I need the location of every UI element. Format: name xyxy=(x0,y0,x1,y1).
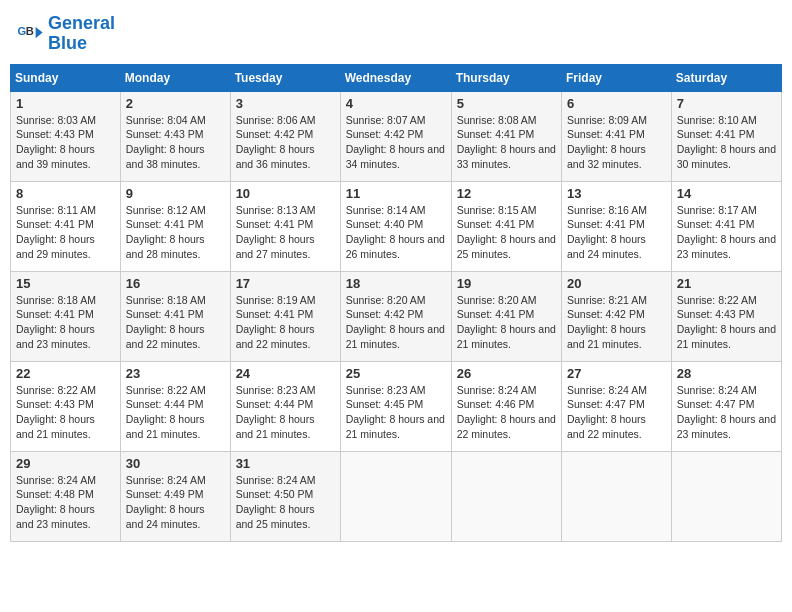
weekday-friday: Friday xyxy=(562,64,672,91)
day-number: 13 xyxy=(567,186,666,201)
calendar-cell: 12 Sunrise: 8:15 AMSunset: 4:41 PMDaylig… xyxy=(451,181,561,271)
day-number: 25 xyxy=(346,366,446,381)
calendar-week-3: 15 Sunrise: 8:18 AMSunset: 4:41 PMDaylig… xyxy=(11,271,782,361)
day-number: 29 xyxy=(16,456,115,471)
day-number: 16 xyxy=(126,276,225,291)
day-number: 26 xyxy=(457,366,556,381)
calendar-cell: 19 Sunrise: 8:20 AMSunset: 4:41 PMDaylig… xyxy=(451,271,561,361)
cell-info: Sunrise: 8:15 AMSunset: 4:41 PMDaylight:… xyxy=(457,203,556,262)
cell-info: Sunrise: 8:18 AMSunset: 4:41 PMDaylight:… xyxy=(16,293,115,352)
day-number: 3 xyxy=(236,96,335,111)
page-header: G B General Blue xyxy=(10,10,782,58)
cell-info: Sunrise: 8:22 AMSunset: 4:44 PMDaylight:… xyxy=(126,383,225,442)
calendar-week-4: 22 Sunrise: 8:22 AMSunset: 4:43 PMDaylig… xyxy=(11,361,782,451)
calendar-cell: 8 Sunrise: 8:11 AMSunset: 4:41 PMDayligh… xyxy=(11,181,121,271)
cell-info: Sunrise: 8:07 AMSunset: 4:42 PMDaylight:… xyxy=(346,113,446,172)
cell-info: Sunrise: 8:23 AMSunset: 4:45 PMDaylight:… xyxy=(346,383,446,442)
calendar-cell xyxy=(340,451,451,541)
cell-info: Sunrise: 8:17 AMSunset: 4:41 PMDaylight:… xyxy=(677,203,776,262)
day-number: 30 xyxy=(126,456,225,471)
day-number: 28 xyxy=(677,366,776,381)
day-number: 14 xyxy=(677,186,776,201)
day-number: 22 xyxy=(16,366,115,381)
cell-info: Sunrise: 8:22 AMSunset: 4:43 PMDaylight:… xyxy=(16,383,115,442)
calendar-cell: 6 Sunrise: 8:09 AMSunset: 4:41 PMDayligh… xyxy=(562,91,672,181)
calendar-cell: 11 Sunrise: 8:14 AMSunset: 4:40 PMDaylig… xyxy=(340,181,451,271)
day-number: 21 xyxy=(677,276,776,291)
calendar-cell: 31 Sunrise: 8:24 AMSunset: 4:50 PMDaylig… xyxy=(230,451,340,541)
cell-info: Sunrise: 8:09 AMSunset: 4:41 PMDaylight:… xyxy=(567,113,666,172)
calendar-week-5: 29 Sunrise: 8:24 AMSunset: 4:48 PMDaylig… xyxy=(11,451,782,541)
calendar-cell: 16 Sunrise: 8:18 AMSunset: 4:41 PMDaylig… xyxy=(120,271,230,361)
day-number: 10 xyxy=(236,186,335,201)
logo: G B General Blue xyxy=(16,14,115,54)
weekday-thursday: Thursday xyxy=(451,64,561,91)
day-number: 23 xyxy=(126,366,225,381)
cell-info: Sunrise: 8:16 AMSunset: 4:41 PMDaylight:… xyxy=(567,203,666,262)
day-number: 9 xyxy=(126,186,225,201)
calendar-cell: 22 Sunrise: 8:22 AMSunset: 4:43 PMDaylig… xyxy=(11,361,121,451)
cell-info: Sunrise: 8:10 AMSunset: 4:41 PMDaylight:… xyxy=(677,113,776,172)
calendar-cell: 2 Sunrise: 8:04 AMSunset: 4:43 PMDayligh… xyxy=(120,91,230,181)
cell-info: Sunrise: 8:06 AMSunset: 4:42 PMDaylight:… xyxy=(236,113,335,172)
cell-info: Sunrise: 8:20 AMSunset: 4:41 PMDaylight:… xyxy=(457,293,556,352)
cell-info: Sunrise: 8:24 AMSunset: 4:46 PMDaylight:… xyxy=(457,383,556,442)
cell-info: Sunrise: 8:08 AMSunset: 4:41 PMDaylight:… xyxy=(457,113,556,172)
day-number: 7 xyxy=(677,96,776,111)
calendar-cell: 17 Sunrise: 8:19 AMSunset: 4:41 PMDaylig… xyxy=(230,271,340,361)
calendar-cell: 3 Sunrise: 8:06 AMSunset: 4:42 PMDayligh… xyxy=(230,91,340,181)
calendar-cell: 13 Sunrise: 8:16 AMSunset: 4:41 PMDaylig… xyxy=(562,181,672,271)
cell-info: Sunrise: 8:04 AMSunset: 4:43 PMDaylight:… xyxy=(126,113,225,172)
svg-marker-2 xyxy=(36,27,43,38)
day-number: 27 xyxy=(567,366,666,381)
day-number: 19 xyxy=(457,276,556,291)
day-number: 1 xyxy=(16,96,115,111)
logo-icon: G B xyxy=(16,20,44,48)
day-number: 2 xyxy=(126,96,225,111)
weekday-sunday: Sunday xyxy=(11,64,121,91)
day-number: 8 xyxy=(16,186,115,201)
day-number: 15 xyxy=(16,276,115,291)
calendar-cell: 26 Sunrise: 8:24 AMSunset: 4:46 PMDaylig… xyxy=(451,361,561,451)
cell-info: Sunrise: 8:12 AMSunset: 4:41 PMDaylight:… xyxy=(126,203,225,262)
calendar-cell xyxy=(671,451,781,541)
calendar-cell: 20 Sunrise: 8:21 AMSunset: 4:42 PMDaylig… xyxy=(562,271,672,361)
cell-info: Sunrise: 8:21 AMSunset: 4:42 PMDaylight:… xyxy=(567,293,666,352)
calendar-cell: 14 Sunrise: 8:17 AMSunset: 4:41 PMDaylig… xyxy=(671,181,781,271)
day-number: 31 xyxy=(236,456,335,471)
day-number: 6 xyxy=(567,96,666,111)
day-number: 4 xyxy=(346,96,446,111)
cell-info: Sunrise: 8:24 AMSunset: 4:48 PMDaylight:… xyxy=(16,473,115,532)
weekday-monday: Monday xyxy=(120,64,230,91)
calendar-cell xyxy=(451,451,561,541)
weekday-header-row: SundayMondayTuesdayWednesdayThursdayFrid… xyxy=(11,64,782,91)
cell-info: Sunrise: 8:24 AMSunset: 4:47 PMDaylight:… xyxy=(567,383,666,442)
svg-text:B: B xyxy=(26,25,34,37)
logo-text: General Blue xyxy=(48,14,115,54)
svg-text:G: G xyxy=(17,25,26,37)
calendar-cell: 5 Sunrise: 8:08 AMSunset: 4:41 PMDayligh… xyxy=(451,91,561,181)
cell-info: Sunrise: 8:11 AMSunset: 4:41 PMDaylight:… xyxy=(16,203,115,262)
calendar-cell xyxy=(562,451,672,541)
calendar-cell: 25 Sunrise: 8:23 AMSunset: 4:45 PMDaylig… xyxy=(340,361,451,451)
cell-info: Sunrise: 8:24 AMSunset: 4:47 PMDaylight:… xyxy=(677,383,776,442)
day-number: 20 xyxy=(567,276,666,291)
calendar-cell: 28 Sunrise: 8:24 AMSunset: 4:47 PMDaylig… xyxy=(671,361,781,451)
calendar-cell: 15 Sunrise: 8:18 AMSunset: 4:41 PMDaylig… xyxy=(11,271,121,361)
cell-info: Sunrise: 8:20 AMSunset: 4:42 PMDaylight:… xyxy=(346,293,446,352)
weekday-saturday: Saturday xyxy=(671,64,781,91)
cell-info: Sunrise: 8:22 AMSunset: 4:43 PMDaylight:… xyxy=(677,293,776,352)
calendar-cell: 27 Sunrise: 8:24 AMSunset: 4:47 PMDaylig… xyxy=(562,361,672,451)
cell-info: Sunrise: 8:24 AMSunset: 4:49 PMDaylight:… xyxy=(126,473,225,532)
calendar-table: SundayMondayTuesdayWednesdayThursdayFrid… xyxy=(10,64,782,542)
calendar-cell: 21 Sunrise: 8:22 AMSunset: 4:43 PMDaylig… xyxy=(671,271,781,361)
calendar-cell: 24 Sunrise: 8:23 AMSunset: 4:44 PMDaylig… xyxy=(230,361,340,451)
day-number: 24 xyxy=(236,366,335,381)
calendar-week-1: 1 Sunrise: 8:03 AMSunset: 4:43 PMDayligh… xyxy=(11,91,782,181)
calendar-cell: 1 Sunrise: 8:03 AMSunset: 4:43 PMDayligh… xyxy=(11,91,121,181)
calendar-cell: 23 Sunrise: 8:22 AMSunset: 4:44 PMDaylig… xyxy=(120,361,230,451)
calendar-body: 1 Sunrise: 8:03 AMSunset: 4:43 PMDayligh… xyxy=(11,91,782,541)
weekday-tuesday: Tuesday xyxy=(230,64,340,91)
weekday-wednesday: Wednesday xyxy=(340,64,451,91)
calendar-cell: 18 Sunrise: 8:20 AMSunset: 4:42 PMDaylig… xyxy=(340,271,451,361)
